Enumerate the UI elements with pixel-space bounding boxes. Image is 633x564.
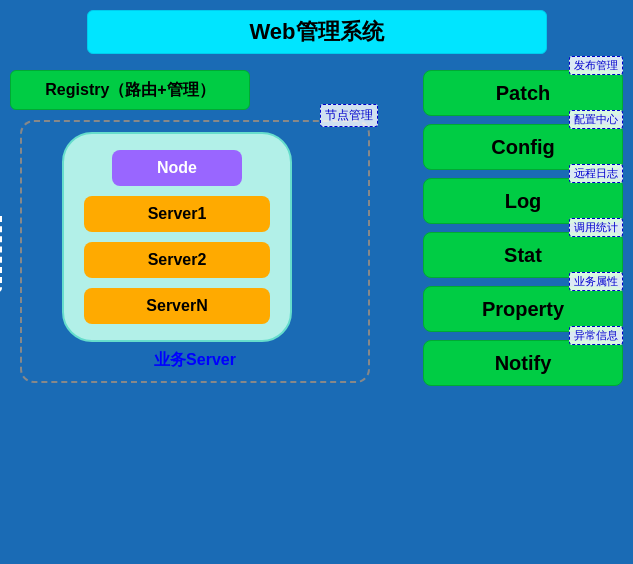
main-container: Web管理系统 Registry（路由+管理） 应用节点 节点管理 Node: [10, 10, 623, 554]
notify-box: Notify: [423, 340, 623, 386]
registry-label: Registry（路由+管理）: [45, 80, 214, 101]
config-tag: 配置中心: [569, 110, 623, 129]
notify-tag: 异常信息: [569, 326, 623, 345]
node-box: Node: [112, 150, 242, 186]
patch-tag: 发布管理: [569, 56, 623, 75]
page-title: Web管理系统: [249, 17, 383, 47]
node-mgmt-label: 节点管理: [320, 104, 378, 127]
server1-box: Server1: [84, 196, 270, 232]
app-node-label: 应用节点: [0, 212, 2, 292]
serverN-box: ServerN: [84, 288, 270, 324]
property-tag: 业务属性: [569, 272, 623, 291]
right-item-notify: 异常信息 Notify: [423, 340, 623, 386]
stat-tag: 调用统计: [569, 218, 623, 237]
right-section: 发布管理 Patch 配置中心 Config 远程日志 Log 调用统: [423, 70, 623, 394]
log-tag: 远程日志: [569, 164, 623, 183]
cyan-container: Node Server1 Server2 ServerN: [62, 132, 292, 342]
biz-server-label: 业务Server: [32, 350, 358, 371]
left-section: Registry（路由+管理） 应用节点 节点管理 Node Server1: [10, 70, 370, 383]
dashed-outer-box: 节点管理 Node Server1 Server2 ServerN: [20, 120, 370, 383]
registry-box: Registry（路由+管理）: [10, 70, 250, 110]
server2-box: Server2: [84, 242, 270, 278]
title-bar: Web管理系统: [87, 10, 547, 54]
